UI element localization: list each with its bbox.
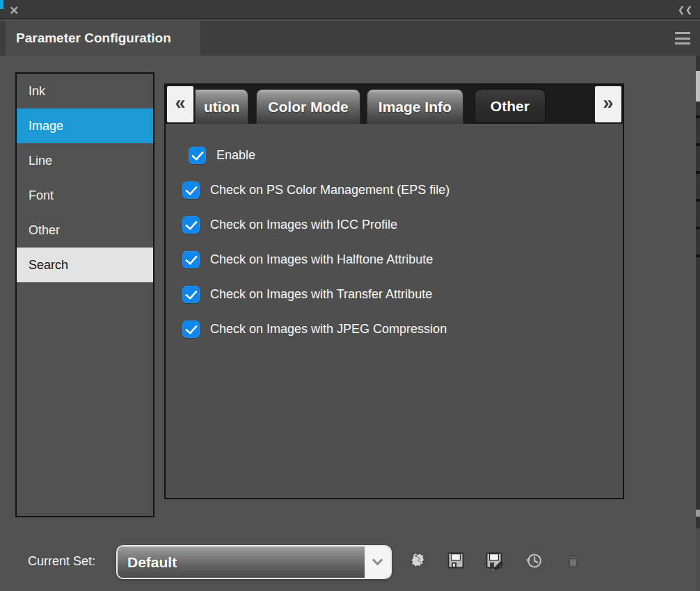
option-row: Check on PS Color Management (EPS file): [182, 181, 623, 199]
current-set-dropdown[interactable]: Default: [116, 545, 392, 579]
sidebar-item-ink[interactable]: Ink: [17, 74, 153, 108]
floppy-save-icon: [446, 551, 466, 573]
tab-other[interactable]: Other: [474, 88, 546, 124]
sidebar-item-search[interactable]: Search: [17, 248, 153, 282]
ps-color-management-checkbox[interactable]: [182, 181, 200, 199]
current-set-label: Current Set:: [28, 554, 95, 569]
hamburger-menu-icon[interactable]: [675, 32, 690, 44]
checkbox-label: Check on Images with Transfer Attribute: [210, 287, 432, 302]
new-set-button[interactable]: [406, 549, 430, 575]
delete-set-button[interactable]: [561, 549, 584, 575]
parameter-configuration-window: ✕ ❮❮ Parameter Configuration Ink Image L…: [0, 0, 700, 591]
history-clock-icon: [524, 551, 543, 573]
enable-checkbox[interactable]: [189, 147, 206, 164]
option-row: Check on Images with JPEG Compression: [182, 320, 623, 338]
icc-profile-checkbox[interactable]: [182, 216, 200, 234]
crumpled-paper-icon: [408, 551, 429, 574]
save-set-button[interactable]: [444, 549, 468, 575]
tab-strip: « ution Color Mode Image Info Other »: [166, 85, 623, 124]
chevron-down-icon[interactable]: [365, 547, 390, 578]
floppy-save-as-icon: [484, 551, 504, 573]
trash-icon: [564, 552, 582, 572]
jpeg-compression-checkbox[interactable]: [182, 321, 200, 338]
scroll-tabs-right-icon[interactable]: »: [595, 86, 621, 122]
checkbox-label: Check on Images with ICC Profile: [210, 218, 397, 232]
checkbox-label: Enable: [216, 148, 255, 163]
option-row: Check on Images with Transfer Attribute: [182, 285, 623, 303]
tab-parameter-configuration[interactable]: Parameter Configuration: [6, 21, 200, 56]
page-title: Parameter Configuration: [16, 31, 171, 46]
checkbox-label: Check on PS Color Management (EPS file): [210, 183, 450, 197]
titlebar: ✕ ❮❮: [0, 0, 700, 19]
transfer-attribute-checkbox[interactable]: [182, 286, 200, 303]
option-row: Check on Images with ICC Profile: [182, 216, 623, 234]
checkbox-label: Check on Images with JPEG Compression: [210, 322, 447, 337]
category-list: Ink Image Line Font Other Search: [15, 72, 154, 517]
panel-tab-row: Parameter Configuration: [0, 21, 700, 56]
halftone-attribute-checkbox[interactable]: [182, 251, 200, 268]
sidebar-item-font[interactable]: Font: [17, 178, 153, 213]
close-icon[interactable]: ✕: [6, 3, 22, 18]
tab-image-info[interactable]: Image Info: [367, 89, 463, 124]
current-set-value: Default: [118, 547, 365, 578]
sidebar-item-image[interactable]: Image: [17, 108, 153, 143]
restore-set-button[interactable]: [522, 549, 546, 575]
option-row: Check on Images with Halftone Attribute: [182, 250, 623, 268]
scroll-tabs-left-icon[interactable]: «: [167, 86, 193, 122]
checkbox-label: Check on Images with Halftone Attribute: [210, 252, 433, 267]
tab-resolution-truncated[interactable]: ution: [195, 89, 248, 124]
collapse-panel-icon[interactable]: ❮❮: [678, 3, 693, 16]
checkbox-group: Enable Check on PS Color Management (EPS…: [166, 124, 623, 338]
tab-color-mode[interactable]: Color Mode: [256, 89, 360, 124]
image-options-panel: « ution Color Mode Image Info Other » En…: [164, 83, 624, 499]
sidebar-item-other[interactable]: Other: [17, 213, 153, 248]
save-set-as-button[interactable]: [482, 549, 506, 575]
option-row: Enable: [189, 146, 623, 164]
background-artifact: [0, 0, 3, 9]
sidebar-item-line[interactable]: Line: [17, 143, 153, 178]
adjacent-panel-edge: [696, 56, 700, 591]
